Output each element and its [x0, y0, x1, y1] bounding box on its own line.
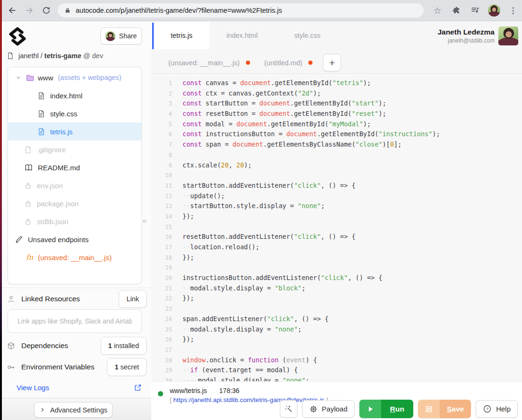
tree-item-unsaved-endpoints[interactable]: Unsaved endpoints	[8, 230, 141, 248]
tree-item--gitignore[interactable]: .gitignore	[8, 140, 141, 158]
tree-item-env-json[interactable]: env.json	[8, 176, 141, 194]
view-logs-link[interactable]: View Logs	[17, 384, 49, 392]
code-line-13[interactable]: 13··startButton.style.display = "none";	[151, 201, 522, 211]
extensions-puzzle-icon[interactable]	[448, 2, 464, 18]
advanced-settings-button[interactable]: Advanced Settings	[34, 402, 113, 418]
chevron-right-icon	[39, 407, 45, 413]
code-line-1[interactable]: 1const canvas = document.getElementById(…	[151, 78, 522, 88]
save-button[interactable]: Save	[418, 400, 471, 418]
code-line-18[interactable]: 18});	[151, 253, 522, 263]
environment-section: Environment Variables 1secret	[7, 358, 147, 376]
code-line-2[interactable]: 2const ctx = canvas.getContext("2d");	[151, 88, 522, 99]
folder-icon	[26, 73, 35, 82]
new-tab-button[interactable]: +	[323, 54, 341, 71]
share-button[interactable]: Share	[100, 27, 142, 44]
tree-item-style-css[interactable]: style.css	[8, 105, 141, 122]
svg-text:?: ?	[486, 407, 488, 411]
dependencies-count-button[interactable]: 1installed	[101, 337, 147, 355]
tree-item-index-html[interactable]: index.html	[8, 87, 141, 105]
code-line-11[interactable]: 11startButton.addEventListener("click", …	[151, 181, 522, 191]
play-icon	[359, 400, 381, 418]
bookmark-star-icon[interactable]: ☆	[429, 2, 445, 18]
code-line-5[interactable]: 5const modal = document.getElementById("…	[151, 119, 522, 130]
code-line-30[interactable]: 30····modal.style.display = "none";	[151, 376, 522, 381]
linked-resources-section: Linked Resources Link	[7, 289, 147, 308]
code-editor[interactable]: 1const canvas = document.getElementById(…	[151, 74, 522, 381]
link-button[interactable]: Link	[119, 290, 147, 308]
tree-item-stdlib-json[interactable]: stdlib.json	[8, 212, 141, 230]
line-number: 27	[151, 345, 172, 355]
user-avatar[interactable]	[498, 26, 518, 45]
lock-icon	[24, 182, 32, 190]
package-cube-icon	[7, 341, 16, 350]
tab-index-html[interactable]: index.html	[209, 22, 275, 49]
tree-item-package-json[interactable]: package.json	[8, 194, 141, 212]
tab-tetris-js[interactable]: tetris.js	[154, 22, 209, 49]
code-line-28[interactable]: 28window.onclick = function (event) {	[151, 355, 522, 366]
tree-item-tetris-js[interactable]: tetris.js	[8, 122, 141, 140]
line-number: 16	[151, 232, 172, 242]
secrets-count-button[interactable]: 1secret	[107, 358, 147, 376]
line-number: 14	[151, 211, 172, 222]
external-link-icon[interactable]	[134, 384, 142, 392]
desktop-edge	[0, 0, 2, 420]
code-line-9[interactable]: 9ctx.scale(20, 20);	[151, 160, 522, 171]
sidebar-footer: Advanced Settings	[2, 398, 151, 420]
tab-untitled-md[interactable]: (untitled.md)	[264, 59, 313, 67]
key-icon	[7, 363, 16, 372]
code-line-8[interactable]: 8	[151, 150, 522, 160]
line-number: 2	[151, 88, 172, 99]
tree-item-readme-md[interactable]: README.md	[8, 158, 141, 176]
code-line-4[interactable]: 4const resetButton = document.getElement…	[151, 109, 522, 119]
share-label: Share	[119, 32, 137, 40]
code-line-20[interactable]: 20instructionsButton.addEventListener("c…	[151, 273, 522, 283]
code-line-22[interactable]: 22});	[151, 293, 522, 304]
chevron-down-icon[interactable]	[15, 74, 22, 81]
browser-profile-avatar[interactable]	[486, 2, 502, 18]
browser-menu-icon[interactable]: ⋮	[505, 2, 521, 18]
code-line-3[interactable]: 3const startButton = document.getElement…	[151, 98, 522, 109]
link-apps-input[interactable]	[8, 309, 142, 333]
editor-header: tetris.js index.html style.css Janeth Le…	[151, 22, 522, 74]
code-line-23[interactable]: 23	[151, 304, 522, 314]
cursor-position: 178:36	[219, 387, 240, 394]
run-button[interactable]: Run	[359, 400, 413, 418]
address-bar[interactable]: autocode.com/p/janethl/tetris-game/dev/?…	[58, 3, 424, 18]
code-line-10[interactable]: 10	[151, 170, 522, 181]
line-number: 29	[151, 365, 172, 376]
code-line-14[interactable]: 14});	[151, 211, 522, 222]
code-line-15[interactable]: 15	[151, 222, 522, 232]
code-line-16[interactable]: 16resetButton.addEventListener("click", …	[151, 232, 522, 242]
payload-button[interactable]: Payload	[302, 400, 355, 418]
reload-icon[interactable]	[38, 2, 55, 19]
code-line-26[interactable]: 26});	[151, 334, 522, 345]
autocode-logo-icon[interactable]	[7, 26, 28, 49]
code-line-29[interactable]: 29··if (event.target == modal) {	[151, 365, 522, 376]
editor-pane: tetris.js index.html style.css Janeth Le…	[151, 22, 522, 420]
line-number: 26	[151, 334, 172, 345]
media-playlist-icon[interactable]	[467, 2, 483, 18]
tab-unsaved-main-js[interactable]: (unsaved: __main__.js)	[168, 59, 250, 67]
code-line-17[interactable]: 17··location.reload();	[151, 242, 522, 253]
tree-item-www[interactable]: www(assets + webpages)	[8, 69, 141, 87]
breadcrumb-text: janethl / tetris-game @ dev	[18, 52, 103, 60]
code-line-7[interactable]: 7const span = document.getElementsByClas…	[151, 140, 522, 150]
back-icon[interactable]	[4, 2, 21, 19]
code-line-21[interactable]: 21··modal.style.display = "block";	[151, 283, 522, 294]
line-number: 24	[151, 314, 172, 324]
code-line-6[interactable]: 6const instructionsButton = document.get…	[151, 129, 522, 140]
code-line-12[interactable]: 12··update();	[151, 191, 522, 201]
tab-style-css[interactable]: style.css	[275, 22, 340, 49]
help-button[interactable]: ? Help	[476, 400, 518, 418]
code-line-19[interactable]: 19	[151, 262, 522, 273]
breadcrumb[interactable]: janethl / tetris-game @ dev	[7, 52, 103, 60]
code-line-27[interactable]: 27	[151, 345, 522, 355]
autoformat-wand-button[interactable]	[280, 400, 297, 418]
fn-icon: fn	[26, 253, 33, 262]
code-line-24[interactable]: 24span.addEventListener("click", () => {	[151, 314, 522, 324]
line-number: 15	[151, 222, 172, 232]
code-line-25[interactable]: 25··modal.style.display = "none";	[151, 324, 522, 335]
forward-icon[interactable]	[21, 2, 38, 19]
sidebar-collapse-handle[interactable]: «	[142, 217, 147, 225]
tree-item--unsaved-main-js-[interactable]: fn(unsaved: __main__.js)	[8, 248, 141, 266]
